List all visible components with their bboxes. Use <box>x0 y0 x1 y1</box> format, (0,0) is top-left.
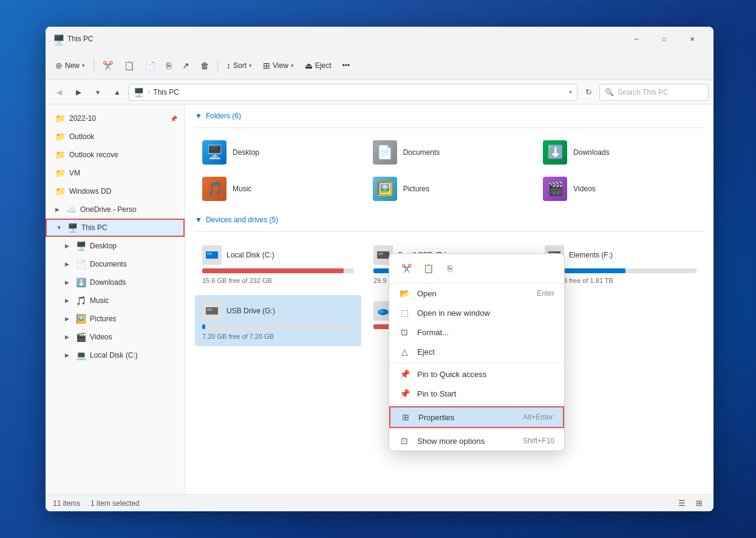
drive-local-disk-c[interactable]: Local Disk (C:) 15.6 GB free of 232 GB <box>195 239 361 290</box>
sidebar-item-documents[interactable]: ▶ 📄 Documents <box>46 255 185 273</box>
eject-button[interactable]: ⏏ Eject <box>300 57 336 74</box>
toolbar-separator-1 <box>94 58 94 73</box>
paste-button[interactable]: 📄 <box>140 57 160 74</box>
toolbar: ⊕ New ▾ ✂️ 📋 📄 ⎘ ↗ 🗑 ↕ Sort ▾ ⊞ <box>46 51 713 80</box>
sidebar-item-outlook[interactable]: 📁 Outlook <box>46 128 185 146</box>
copy-icon: 📋 <box>124 61 134 70</box>
address-path[interactable]: 🖥️ › This PC ▾ <box>128 84 577 101</box>
ctx-paste-button[interactable]: ⎘ <box>440 259 460 278</box>
folder-icon: 📁 <box>55 168 66 178</box>
chevron-right-icon: ▶ <box>65 243 72 249</box>
drive-info-f: 856 GB free of 1.81 TB <box>545 277 696 284</box>
drives-chevron-icon: ▼ <box>195 216 202 224</box>
sidebar-item-pictures[interactable]: ▶ 🖼️ Pictures <box>46 310 185 328</box>
ctx-eject[interactable]: △ Eject <box>389 342 564 361</box>
sidebar-item-videos[interactable]: ▶ 🎬 Videos <box>46 328 185 346</box>
ctx-pin-quick-access[interactable]: 📌 Pin to Quick access <box>389 364 564 384</box>
music-folder-icon: 🎵 <box>202 177 226 201</box>
sidebar-item-this-pc[interactable]: ▼ 🖥️ This PC <box>46 219 185 237</box>
drive-bar-c-container <box>202 268 354 273</box>
cut-button[interactable]: ✂️ <box>98 57 118 74</box>
up-button[interactable]: ▲ <box>109 84 126 101</box>
folder-music[interactable]: 🎵 Music <box>195 172 363 206</box>
sort-button[interactable]: ↕ Sort ▾ <box>222 57 257 74</box>
status-bar: 11 items 1 item selected ☰ ⊞ <box>46 494 713 511</box>
paste-icon: 📄 <box>145 61 155 70</box>
ctx-format[interactable]: ⊡ Format... <box>389 322 564 342</box>
new-button[interactable]: ⊕ New ▾ <box>50 57 90 74</box>
address-bar: ◀ ▶ ▾ ▲ 🖥️ › This PC ▾ ↻ 🔍 Search This P… <box>46 80 713 104</box>
ctx-properties[interactable]: ⊞ Properties Alt+Enter <box>389 406 564 428</box>
ctx-open-new-window[interactable]: ⬚ Open in new window <box>389 303 564 322</box>
main-content: 📁 2022-10 📌 📁 Outlook 📁 Outlook recove 📁… <box>46 104 713 494</box>
drives-section-header[interactable]: ▼ Devices and drives (5) <box>195 216 704 224</box>
share-button[interactable]: ↗ <box>177 57 194 74</box>
grid-view-toggle[interactable]: ⊞ <box>692 496 706 511</box>
sidebar-item-downloads[interactable]: ▶ ⬇️ Downloads <box>46 273 185 291</box>
ctx-cut-button[interactable]: ✂️ <box>397 259 416 278</box>
drive-name-g: USB Drive (G:) <box>226 307 275 315</box>
refresh-button[interactable]: ↻ <box>580 84 597 101</box>
drive-info-g: 7.20 GB free of 7.20 GB <box>202 333 354 340</box>
copy-button[interactable]: 📋 <box>119 57 139 74</box>
list-view-toggle[interactable]: ☰ <box>675 496 689 511</box>
folder-downloads[interactable]: ⬇️ Downloads <box>536 135 704 169</box>
forward-button[interactable]: ▶ <box>70 84 87 101</box>
sidebar-item-onedrive[interactable]: ▶ ☁️ OneDrive - Perso <box>46 200 185 219</box>
folder-videos[interactable]: 🎬 Videos <box>536 172 704 206</box>
folder-documents[interactable]: 📄 Documents <box>366 135 534 169</box>
close-button[interactable]: ✕ <box>678 27 706 51</box>
delete-button[interactable]: 🗑 <box>196 57 214 74</box>
ctx-pin-start[interactable]: 📌 Pin to Start <box>389 384 564 403</box>
chevron-right-icon: ▶ <box>55 206 63 213</box>
sidebar-item-music[interactable]: ▶ 🎵 Music <box>46 291 185 310</box>
sidebar-item-2022-10[interactable]: 📁 2022-10 📌 <box>46 109 185 128</box>
view-toggle-buttons: ☰ ⊞ <box>675 496 706 511</box>
address-path-label: This PC <box>153 88 179 97</box>
folder-pictures[interactable]: 🖼️ Pictures <box>366 172 534 206</box>
rename-button[interactable]: ⎘ <box>162 57 176 74</box>
ctx-open[interactable]: 📂 Open Enter <box>389 284 564 303</box>
sidebar-item-windows-dd[interactable]: 📁 Windows DD <box>46 182 185 200</box>
disk-icon: 💻 <box>76 350 86 360</box>
drive-bar-g-container <box>202 324 354 329</box>
more-button[interactable]: ••• <box>338 58 355 73</box>
drive-usb-g[interactable]: USB Drive (G:) 7.20 GB free of 7.20 GB <box>195 295 361 346</box>
ctx-separator-3 <box>389 429 564 430</box>
maximize-button[interactable]: □ <box>650 27 678 51</box>
ctx-copy-button[interactable]: 📋 <box>418 259 438 278</box>
chevron-right-icon: ▶ <box>65 352 72 358</box>
sidebar-item-local-disk[interactable]: ▶ 💻 Local Disk (C:) <box>46 346 185 364</box>
downloads-folder-icon: ⬇️ <box>543 140 567 165</box>
window-title: This PC <box>67 35 622 43</box>
drive-icon-g <box>202 301 222 321</box>
desktop-folder-icon: 🖥️ <box>202 140 226 165</box>
svg-point-9 <box>378 310 384 313</box>
sidebar-item-desktop[interactable]: ▶ 🖥️ Desktop <box>46 237 185 255</box>
ctx-show-more-options[interactable]: ⊡ Show more options Shift+F10 <box>389 431 564 451</box>
minimize-button[interactable]: ─ <box>622 27 650 51</box>
context-toolbar: ✂️ 📋 ⎘ <box>389 254 564 284</box>
drive-icon-c <box>202 245 222 265</box>
share-icon: ↗ <box>182 61 189 70</box>
folder-desktop[interactable]: 🖥️ Desktop <box>195 135 363 169</box>
address-dropdown-chevron: ▾ <box>569 89 572 95</box>
back-button[interactable]: ◀ <box>50 84 67 101</box>
sidebar-item-outlook-recove[interactable]: 📁 Outlook recove <box>46 146 185 164</box>
properties-icon: ⊞ <box>400 412 411 422</box>
pictures-icon: 🖼️ <box>76 314 86 324</box>
dropdown-button[interactable]: ▾ <box>89 84 106 101</box>
desktop-icon: 🖥️ <box>76 241 86 251</box>
context-menu: ✂️ 📋 ⎘ 📂 Open Enter ⬚ Open in new window… <box>389 253 565 451</box>
title-bar: 🖥️ This PC ─ □ ✕ <box>46 27 713 51</box>
view-button[interactable]: ⊞ View ▾ <box>258 57 299 74</box>
sidebar-item-vm[interactable]: 📁 VM <box>46 164 185 182</box>
sidebar: 📁 2022-10 📌 📁 Outlook 📁 Outlook recove 📁… <box>46 104 185 494</box>
search-box[interactable]: 🔍 Search This PC <box>599 84 709 101</box>
drive-bar-f-container <box>545 268 696 273</box>
folders-section-header[interactable]: ▼ Folders (6) <box>195 112 704 120</box>
this-pc-icon: 🖥️ <box>67 223 78 233</box>
cloud-icon: ☁️ <box>66 205 77 214</box>
chevron-right-icon: ▶ <box>65 334 72 340</box>
pin-icon: 📌 <box>170 115 177 122</box>
